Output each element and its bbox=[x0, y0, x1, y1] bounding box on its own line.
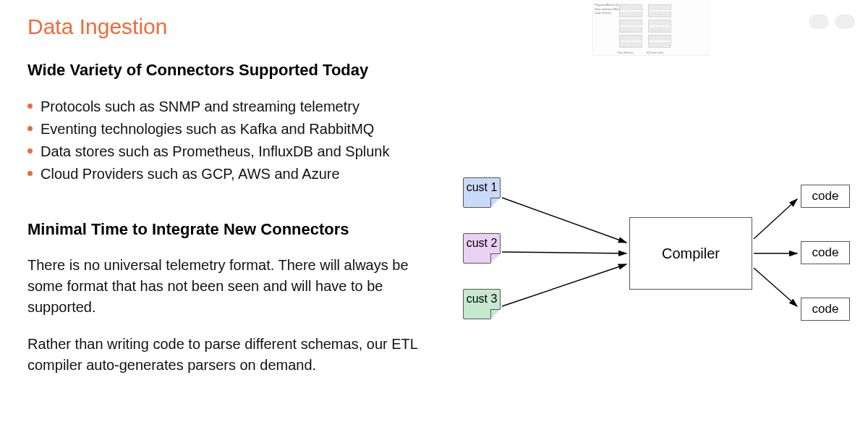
svg-line-1 bbox=[502, 252, 626, 253]
compiler-diagram: cust 1 cust 2 cust 3 Compiler code code … bbox=[463, 177, 854, 344]
diagram-input-3: cust 3 bbox=[463, 289, 501, 319]
bullet-list: Protocols such as SNMP and streaming tel… bbox=[27, 96, 469, 185]
section2-heading: Minimal Time to Integrate New Connectors bbox=[27, 220, 469, 239]
section1-heading: Wide Variety of Connectors Supported Tod… bbox=[27, 61, 469, 80]
diagram-input-1: cust 1 bbox=[463, 177, 501, 208]
list-item: Cloud Providers such as GCP, AWS and Azu… bbox=[27, 163, 469, 185]
diagram-output-3: code bbox=[801, 298, 850, 321]
thumb-col2 bbox=[648, 4, 671, 50]
diagram-output-2: code bbox=[801, 241, 850, 264]
list-item: Data stores such as Prometheus, InfluxDB… bbox=[27, 140, 469, 163]
svg-line-5 bbox=[754, 268, 797, 306]
section2-para1: There is no universal telemetry format. … bbox=[27, 255, 433, 318]
slide: Data Ingestion Wide Variety of Connector… bbox=[0, 0, 868, 425]
thumb-row-label: Physical Metrics (Link, Latency) bbox=[595, 3, 616, 7]
section2-para2: Rather than writing code to parse differ… bbox=[27, 334, 433, 376]
thumb-col1 bbox=[619, 4, 642, 50]
list-item: Protocols such as SNMP and streaming tel… bbox=[27, 96, 469, 118]
list-item: Eventing technologies such as Kafka and … bbox=[27, 118, 469, 140]
svg-line-2 bbox=[502, 264, 626, 306]
slide-title: Data Ingestion bbox=[27, 14, 469, 39]
svg-line-3 bbox=[754, 199, 797, 239]
diagram-compiler-box: Compiler bbox=[629, 217, 752, 290]
thumb-row-labels: Physical Metrics (Link, Latency) Data In… bbox=[595, 3, 616, 15]
thumbnail-next-slides bbox=[709, 0, 861, 55]
diagram-input-2: cust 2 bbox=[463, 233, 501, 264]
diagram-output-1: code bbox=[801, 185, 850, 208]
thumb-col2-label: IQ Data Lake bbox=[647, 51, 664, 54]
thumb-row-label: Logs, Events bbox=[595, 11, 616, 15]
text-column: Data Ingestion Wide Variety of Connector… bbox=[27, 14, 469, 376]
slide-thumbnail-strip: Physical Metrics (Link, Latency) Data In… bbox=[593, 0, 861, 55]
thumbnail-current: Physical Metrics (Link, Latency) Data In… bbox=[593, 0, 709, 55]
svg-line-0 bbox=[502, 198, 626, 243]
thumb-col1-label: Raw Metrics bbox=[618, 51, 634, 54]
